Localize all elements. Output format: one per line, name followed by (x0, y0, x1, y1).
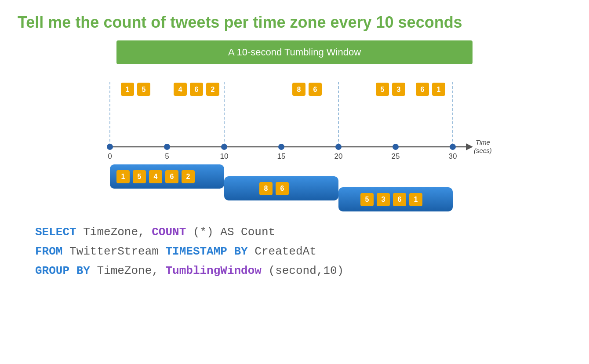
sql-timestamp-kw: TIMESTAMP (165, 245, 227, 258)
svg-text:5: 5 (165, 152, 169, 160)
svg-text:Time: Time (476, 138, 490, 146)
svg-point-31 (278, 144, 284, 150)
timeline-svg: 1 5 4 6 2 8 6 5 3 6 1 (97, 77, 492, 214)
svg-text:0: 0 (108, 152, 112, 160)
sql-select-kw: SELECT (35, 226, 76, 239)
svg-text:25: 25 (392, 152, 400, 160)
svg-text:6: 6 (313, 86, 317, 93)
svg-text:(secs): (secs) (474, 147, 492, 154)
svg-text:1: 1 (126, 86, 130, 93)
svg-point-29 (164, 144, 170, 150)
sql-count-kw: COUNT (152, 226, 186, 239)
svg-text:15: 15 (277, 152, 286, 160)
sql-from-kw: FROM (35, 245, 62, 258)
sql-line1: SELECT TimeZone, COUNT (*) AS Count (35, 222, 571, 242)
svg-point-33 (393, 144, 399, 150)
svg-marker-27 (466, 143, 473, 150)
sql-line3: GROUP BY TimeZone, TumblingWindow (secon… (35, 261, 571, 280)
window-banner: A 10-second Tumbling Window (116, 40, 473, 64)
svg-text:6: 6 (398, 196, 402, 203)
svg-text:8: 8 (264, 185, 268, 192)
sql-by-kw: BY (234, 245, 248, 258)
svg-text:5: 5 (365, 196, 369, 203)
svg-text:20: 20 (334, 152, 343, 160)
svg-text:2: 2 (211, 86, 215, 93)
svg-text:10: 10 (220, 152, 229, 160)
sql-tumbling-kw: TumblingWindow (165, 264, 261, 277)
svg-text:2: 2 (186, 173, 190, 180)
svg-text:6: 6 (195, 86, 199, 93)
svg-text:6: 6 (421, 86, 425, 93)
svg-point-30 (221, 144, 227, 150)
svg-point-34 (450, 144, 456, 150)
svg-text:4: 4 (178, 86, 182, 93)
sql-section: SELECT TimeZone, COUNT (*) AS Count FROM… (18, 222, 571, 281)
svg-point-28 (107, 144, 113, 150)
sql-twitterstream: TwitterStream (69, 245, 165, 258)
svg-text:4: 4 (154, 173, 158, 180)
main-container: Tell me the count of tweets per time zon… (0, 0, 589, 364)
sql-timezone2: TimeZone, (97, 264, 165, 277)
svg-text:5: 5 (138, 173, 142, 180)
svg-text:30: 30 (449, 152, 457, 160)
svg-point-32 (335, 144, 342, 150)
svg-text:6: 6 (280, 185, 284, 192)
timeline-area: 1 5 4 6 2 8 6 5 3 6 1 (97, 77, 492, 214)
sql-createdat: CreatedAt (255, 245, 316, 258)
sql-group-kw: GROUP (35, 264, 69, 277)
svg-text:3: 3 (382, 196, 385, 203)
sql-by2-kw: BY (76, 264, 90, 277)
svg-text:1: 1 (414, 196, 418, 203)
sql-tumbling-params: (second,10) (269, 264, 344, 277)
svg-text:1: 1 (437, 86, 441, 93)
svg-text:8: 8 (297, 86, 301, 93)
svg-text:1: 1 (121, 173, 125, 180)
svg-text:5: 5 (142, 86, 146, 93)
sql-count-rest: (*) AS Count (193, 226, 275, 239)
sql-line2: FROM TwitterStream TIMESTAMP BY CreatedA… (35, 242, 571, 261)
sql-timezone: TimeZone, (83, 226, 152, 239)
svg-text:3: 3 (397, 86, 401, 93)
svg-text:5: 5 (381, 86, 385, 93)
page-title: Tell me the count of tweets per time zon… (18, 13, 571, 32)
svg-text:6: 6 (170, 173, 174, 180)
